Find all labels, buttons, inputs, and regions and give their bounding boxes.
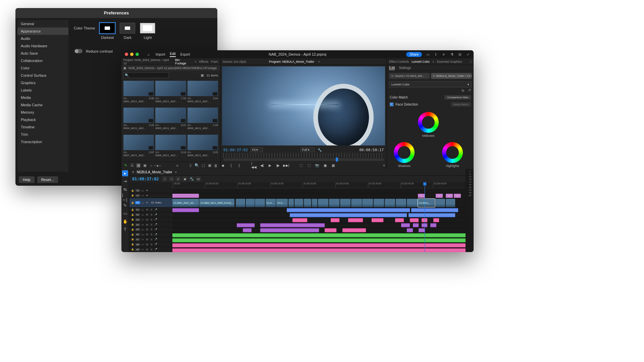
- timeline-clip[interactable]: [172, 248, 466, 252]
- lock-icon[interactable]: 🔒: [131, 201, 134, 204]
- target-toggle[interactable]: ▭: [141, 243, 145, 246]
- pref-category-media[interactable]: Media: [17, 94, 68, 101]
- track-header-a7[interactable]: 🔒A7▭MS🎤: [129, 237, 172, 242]
- go-to-in-icon[interactable]: |◀◀: [252, 163, 256, 168]
- pref-category-appearance[interactable]: Appearance: [17, 27, 68, 35]
- button-editor-icon[interactable]: +: [382, 163, 386, 168]
- timeline-clip[interactable]: [419, 228, 424, 232]
- track[interactable]: [172, 243, 466, 248]
- home-icon[interactable]: ⌂: [146, 52, 151, 57]
- clip-thumbnail[interactable]: V1-0001_A011_A02...5:08: [123, 81, 154, 106]
- captions-icon[interactable]: cc: [196, 176, 201, 182]
- apply-match-button[interactable]: Apply Match: [451, 102, 471, 107]
- theme-swatch-dark[interactable]: [120, 23, 135, 34]
- menu-export[interactable]: Export: [180, 53, 190, 56]
- mute-icon[interactable]: M: [146, 218, 149, 221]
- timeline-clip[interactable]: [237, 223, 254, 227]
- theme-swatch-light[interactable]: [140, 23, 155, 34]
- lock-icon[interactable]: 🔒: [131, 208, 134, 212]
- track[interactable]: [172, 218, 466, 223]
- beaker-icon[interactable]: ⚗: [449, 52, 454, 57]
- eye-icon[interactable]: 👁: [146, 201, 149, 204]
- extract-icon[interactable]: ⬚: [307, 163, 311, 168]
- theme-light[interactable]: Light: [140, 23, 155, 40]
- marker-filter-icon[interactable]: ◆: [182, 176, 187, 182]
- tab-essential-graphics[interactable]: Essential Graphics: [437, 60, 462, 63]
- voiceover-icon[interactable]: 🎤: [154, 238, 158, 241]
- timeline-clip[interactable]: V1-0001_A011_A0...: [172, 199, 199, 207]
- solo-icon[interactable]: S: [150, 208, 153, 212]
- color-wheel-icon[interactable]: [418, 112, 439, 133]
- timeline-clip[interactable]: [396, 199, 406, 207]
- quick-export-icon[interactable]: ▭: [425, 52, 430, 57]
- voiceover-icon[interactable]: 🎤: [154, 218, 158, 221]
- timeline-clip[interactable]: [413, 223, 419, 227]
- panel-menu-icon[interactable]: ≡: [318, 60, 320, 63]
- track-header-a2[interactable]: 🔒A2▭MS🎤: [129, 213, 172, 218]
- track-id[interactable]: A3: [135, 218, 140, 221]
- tab-bin[interactable]: Bin: Footage: [175, 58, 192, 65]
- solo-icon[interactable]: S: [150, 238, 153, 241]
- track[interactable]: [172, 228, 466, 233]
- pref-category-trim[interactable]: Trim: [17, 131, 68, 138]
- tab-effects[interactable]: Effects: [199, 60, 208, 63]
- menu-import[interactable]: Import: [156, 53, 165, 56]
- freeform-view-icon[interactable]: ▣: [143, 163, 147, 168]
- new-bin-icon[interactable]: ▣: [200, 73, 205, 77]
- new-item-icon[interactable]: ▢: [201, 163, 205, 168]
- source-pill[interactable]: ▭Source • V1-0013_A01...: [389, 73, 430, 79]
- track-header-a8[interactable]: 🔒A8▭MS🎤: [129, 242, 172, 247]
- timeline-clip[interactable]: [172, 238, 466, 242]
- new-folder-icon[interactable]: 🔍: [195, 163, 199, 168]
- track-header-v3[interactable]: 🔒V3▭👁: [129, 188, 172, 193]
- step-back-icon[interactable]: ◀|: [260, 163, 264, 168]
- track-id[interactable]: A5: [135, 228, 140, 231]
- workspaces-icon[interactable]: ≡: [441, 52, 446, 57]
- solo-icon[interactable]: S: [150, 228, 153, 231]
- timeline-ruler[interactable]: :00:0001:00:05:0001:00:10:0001:00:15:000…: [172, 182, 466, 188]
- lock-icon[interactable]: 🔒: [131, 228, 134, 231]
- timeline-clip[interactable]: fx: [446, 194, 453, 198]
- linked-selection-icon[interactable]: ⎌: [175, 176, 181, 182]
- close-sequence-icon[interactable]: ×: [132, 170, 134, 174]
- icon-view-icon[interactable]: ▦: [136, 163, 141, 168]
- pref-category-audio[interactable]: Audio: [17, 35, 68, 42]
- subtab-edit[interactable]: Edit: [389, 66, 395, 70]
- timeline-clip[interactable]: [260, 223, 325, 227]
- thumbnail-image[interactable]: [187, 108, 218, 123]
- clip-thumbnail[interactable]: V1-0004_A011_A02...2:25: [123, 108, 154, 133]
- breadcrumb[interactable]: ▣ NAB_2024_Demos - April 12.prproj\002 M…: [121, 65, 220, 71]
- lock-icon[interactable]: 🔒: [131, 194, 134, 197]
- track-id[interactable]: A9: [135, 248, 140, 251]
- settings-icon[interactable]: 🔧: [189, 176, 194, 182]
- maximize-icon[interactable]: [136, 53, 139, 56]
- lock-icon[interactable]: 🔒: [131, 233, 134, 236]
- track-id[interactable]: V3: [135, 189, 140, 192]
- wrench-icon[interactable]: 🔧: [317, 147, 322, 152]
- target-toggle[interactable]: ▭: [141, 201, 145, 204]
- lock-icon[interactable]: 🔒: [131, 223, 134, 226]
- effect-select[interactable]: Lumetri Color ▾: [389, 81, 472, 87]
- comparison-icon[interactable]: ▣: [323, 163, 327, 168]
- new-item-plus-icon[interactable]: ▣: [207, 163, 212, 168]
- track-id[interactable]: A1: [135, 208, 140, 211]
- timeline-clip[interactable]: [243, 228, 252, 232]
- mark-out-icon[interactable]: }: [237, 163, 241, 168]
- target-toggle[interactable]: ▭: [141, 248, 145, 251]
- track-header-a6[interactable]: 🔒A6▭MS🎤: [129, 232, 172, 237]
- tab-program[interactable]: Program: NEBULA_Movie_Trailer: [269, 60, 314, 63]
- play-icon[interactable]: ▶: [268, 163, 272, 168]
- panel-menu-icon[interactable]: ≡: [175, 170, 177, 174]
- add-marker-icon[interactable]: ◆: [221, 163, 225, 168]
- timeline-clip[interactable]: [436, 199, 445, 207]
- lift-icon[interactable]: ⬚: [299, 163, 303, 168]
- thumbnail-image[interactable]: [155, 135, 186, 150]
- timeline-clip[interactable]: [172, 208, 199, 212]
- timeline-clip[interactable]: [409, 213, 455, 217]
- panel-menu-icon[interactable]: ≡: [432, 60, 434, 63]
- track[interactable]: [172, 248, 466, 252]
- target-toggle[interactable]: ▭: [141, 218, 145, 221]
- solo-icon[interactable]: S: [150, 223, 153, 226]
- color-wheel-icon[interactable]: [442, 142, 463, 163]
- track[interactable]: [172, 213, 466, 218]
